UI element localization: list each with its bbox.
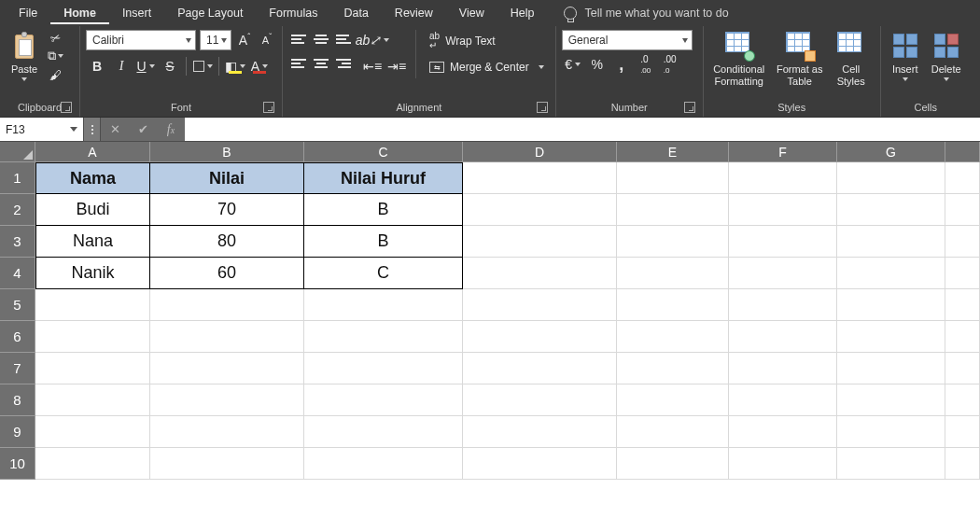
increase-decimal-button[interactable]: .0.00 <box>635 54 657 75</box>
comma-format-button[interactable]: , <box>610 54 633 75</box>
row-header-9[interactable]: 9 <box>0 416 35 448</box>
cell-B9[interactable] <box>150 416 304 448</box>
cell-H10[interactable] <box>945 448 980 480</box>
cell-C10[interactable] <box>304 448 463 480</box>
number-format-combo[interactable]: General <box>562 30 693 50</box>
paste-button[interactable]: Paste <box>6 30 43 81</box>
borders-button[interactable] <box>191 56 214 77</box>
cell-B4[interactable]: 60 <box>150 258 304 289</box>
name-box[interactable]: F13 <box>0 118 84 141</box>
cell-G7[interactable] <box>837 353 945 384</box>
tab-review[interactable]: Review <box>382 2 446 24</box>
cell-D3[interactable] <box>463 226 617 258</box>
cell-A5[interactable] <box>35 289 150 321</box>
cell-B5[interactable] <box>150 289 304 321</box>
col-header-B[interactable]: B <box>150 142 304 161</box>
cell-H1[interactable] <box>945 162 980 194</box>
col-header-D[interactable]: D <box>463 142 617 161</box>
cell-C7[interactable] <box>304 353 463 384</box>
col-header-A[interactable]: A <box>35 142 150 161</box>
cell-C8[interactable] <box>304 384 463 416</box>
cell-A4[interactable]: Nanik <box>35 258 150 289</box>
font-size-combo[interactable]: 11 <box>200 30 231 50</box>
row-header-3[interactable]: 3 <box>0 226 35 258</box>
cell-E1[interactable] <box>617 162 729 194</box>
font-color-button[interactable]: A <box>248 56 271 77</box>
cell-C3[interactable]: B <box>304 226 463 258</box>
cell-H5[interactable] <box>945 289 980 321</box>
tab-page-layout[interactable]: Page Layout <box>164 2 256 24</box>
wrap-text-button[interactable]: ab↵ Wrap Text <box>424 30 550 52</box>
cell-A1[interactable]: Nama <box>35 162 150 194</box>
cell-F2[interactable] <box>729 194 837 226</box>
cell-C9[interactable] <box>304 416 463 448</box>
cell-A9[interactable] <box>35 416 150 448</box>
cell-B2[interactable]: 70 <box>150 194 304 226</box>
cell-D10[interactable] <box>463 448 617 480</box>
cell-B7[interactable] <box>150 353 304 384</box>
tell-me-search[interactable]: Tell me what you want to do <box>564 7 728 20</box>
cell-H9[interactable] <box>945 416 980 448</box>
align-left-button[interactable] <box>288 54 309 73</box>
cell-H6[interactable] <box>945 321 980 353</box>
cell-F8[interactable] <box>729 384 837 416</box>
cell-D5[interactable] <box>463 289 617 321</box>
cell-B3[interactable]: 80 <box>150 226 304 258</box>
decrease-indent-button[interactable]: ⇤≡ <box>361 56 384 77</box>
cell-G8[interactable] <box>837 384 945 416</box>
col-header-E[interactable]: E <box>617 142 729 161</box>
font-launcher[interactable] <box>263 102 274 113</box>
cell-F10[interactable] <box>729 448 837 480</box>
cell-C4[interactable]: C <box>304 258 463 289</box>
increase-indent-button[interactable]: ⇥≡ <box>385 56 408 77</box>
cell-C6[interactable] <box>304 321 463 353</box>
conditional-formatting-button[interactable]: Conditional Formatting <box>709 30 769 87</box>
cell-D9[interactable] <box>463 416 617 448</box>
select-all-corner[interactable] <box>0 142 35 161</box>
row-header-8[interactable]: 8 <box>0 384 35 416</box>
row-header-1[interactable]: 1 <box>0 162 35 194</box>
cell-G4[interactable] <box>837 258 945 289</box>
cell-D1[interactable] <box>463 162 617 194</box>
cell-G9[interactable] <box>837 416 945 448</box>
alignment-launcher[interactable] <box>537 102 548 113</box>
cell-H3[interactable] <box>945 226 980 258</box>
cell-D6[interactable] <box>463 321 617 353</box>
cell-F7[interactable] <box>729 353 837 384</box>
cell-G5[interactable] <box>837 289 945 321</box>
cell-E3[interactable] <box>617 226 729 258</box>
cell-styles-button[interactable]: Cell Styles <box>831 30 872 87</box>
cell-B8[interactable] <box>150 384 304 416</box>
cell-D4[interactable] <box>463 258 617 289</box>
cut-button[interactable]: ✂ <box>45 30 65 45</box>
format-as-table-button[interactable]: Format as Table <box>775 30 825 87</box>
cell-F1[interactable] <box>729 162 837 194</box>
cell-A3[interactable]: Nana <box>35 226 150 258</box>
formula-enter-button[interactable]: ✔ <box>129 118 157 141</box>
accounting-format-button[interactable]: € <box>562 54 584 75</box>
tab-insert[interactable]: Insert <box>109 2 164 24</box>
cell-C2[interactable]: B <box>304 194 463 226</box>
cell-D8[interactable] <box>463 384 617 416</box>
cell-H8[interactable] <box>945 384 980 416</box>
cell-C5[interactable] <box>304 289 463 321</box>
grow-font-button[interactable]: Aˆ <box>235 30 254 50</box>
insert-cells-button[interactable]: Insert <box>887 30 924 81</box>
cell-E4[interactable] <box>617 258 729 289</box>
row-header-5[interactable]: 5 <box>0 289 35 321</box>
percent-format-button[interactable]: % <box>586 54 609 75</box>
cell-D7[interactable] <box>463 353 617 384</box>
tab-formulas[interactable]: Formulas <box>256 2 330 24</box>
cell-E7[interactable] <box>617 353 729 384</box>
cell-E6[interactable] <box>617 321 729 353</box>
align-bottom-button[interactable] <box>333 30 354 49</box>
cell-A6[interactable] <box>35 321 150 353</box>
align-top-button[interactable] <box>288 30 309 49</box>
cell-G2[interactable] <box>837 194 945 226</box>
formula-input[interactable] <box>185 118 980 141</box>
cell-A8[interactable] <box>35 384 150 416</box>
cell-B6[interactable] <box>150 321 304 353</box>
copy-button[interactable]: ⧉ <box>45 49 65 63</box>
fill-color-button[interactable]: ◧ <box>224 56 246 77</box>
number-launcher[interactable] <box>684 102 695 113</box>
